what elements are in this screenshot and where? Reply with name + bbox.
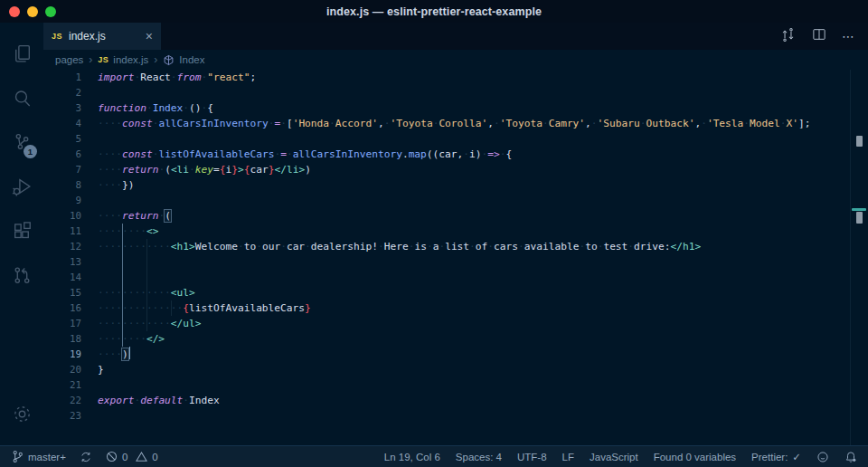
breadcrumb-separator: ›: [89, 53, 92, 66]
code-line[interactable]: 7····return·(<li·key={i}>{car}</li>): [43, 162, 868, 177]
code-line[interactable]: 15············<ul>: [43, 285, 868, 300]
vscode-window: index.js — eslint-prettier-react-example…: [0, 0, 868, 467]
line-number: 22: [43, 393, 81, 408]
code-line[interactable]: 13: [43, 254, 868, 270]
open-changes-icon[interactable]: [779, 26, 797, 47]
more-actions-icon[interactable]: ⋯: [842, 29, 855, 43]
status-bar: master+ 0 0 Ln 19, Col 6 Spaces: 4 UTF-8…: [0, 445, 868, 467]
tab-label: index.js: [69, 30, 139, 43]
line-number: 3: [43, 100, 81, 116]
line-number: 21: [43, 377, 81, 393]
code-line[interactable]: 17············</ul>: [43, 316, 868, 331]
error-count: 0: [122, 452, 127, 462]
search-icon[interactable]: [0, 76, 43, 120]
check-icon: ✓: [792, 451, 801, 463]
title-bar: index.js — eslint-prettier-react-example: [0, 0, 868, 23]
code-line[interactable]: 1import·React·from·"react";: [43, 70, 868, 85]
code-line[interactable]: 8····}): [43, 177, 868, 193]
code-line[interactable]: 14: [43, 270, 868, 285]
text-cursor: [129, 347, 131, 359]
scrollbar-decoration: [856, 212, 863, 224]
overview-ruler-border: [850, 70, 851, 445]
breadcrumb: pages › JS index.js › Index: [43, 50, 868, 70]
tab-bar: JS index.js × ⋯: [43, 23, 868, 50]
branch-indicator[interactable]: master+: [12, 450, 66, 463]
language-mode[interactable]: JavaScript: [590, 452, 638, 462]
code-line[interactable]: 4····const·allCarsInInventory·=·['Honda·…: [43, 116, 868, 131]
line-number: 6: [43, 147, 81, 162]
line-number: 16: [43, 300, 81, 316]
prettier-status[interactable]: Prettier: ✓: [751, 451, 801, 463]
code-line[interactable]: 9: [43, 193, 868, 208]
activity-bar: 1: [0, 23, 43, 445]
sync-changes-button[interactable]: [80, 451, 92, 463]
line-number: 10: [43, 208, 81, 224]
line-number: 20: [43, 362, 81, 377]
line-number: 14: [43, 270, 81, 285]
line-number: 7: [43, 162, 81, 177]
window-title: index.js — eslint-prettier-react-example: [0, 5, 868, 18]
line-number: 12: [43, 239, 81, 254]
code-line[interactable]: 6····const·listOfAvailableCars·=·allCars…: [43, 147, 868, 162]
breadcrumb-folder[interactable]: pages: [55, 54, 83, 65]
tab-close-icon[interactable]: ×: [146, 30, 153, 43]
breadcrumb-symbol[interactable]: Index: [163, 54, 204, 66]
cursor-position[interactable]: Ln 19, Col 6: [384, 452, 440, 462]
run-debug-icon[interactable]: [0, 165, 43, 209]
variables-found-status[interactable]: Found 0 variables: [654, 452, 736, 462]
editor-actions: ⋯: [779, 23, 868, 50]
line-number: 8: [43, 177, 81, 193]
indent-guide: [122, 224, 123, 347]
code-line[interactable]: 5: [43, 131, 868, 147]
code-line[interactable]: 18········</>: [43, 331, 868, 347]
code-line[interactable]: 2: [43, 85, 868, 100]
line-number: 19: [43, 347, 81, 362]
feedback-icon[interactable]: [816, 451, 829, 463]
breadcrumb-file[interactable]: JS index.js: [98, 54, 148, 65]
code-line[interactable]: 11········<>: [43, 224, 868, 239]
line-number: 15: [43, 285, 81, 300]
warning-count: 0: [152, 452, 157, 462]
source-control-badge: 1: [24, 145, 37, 158]
code-line[interactable]: 23: [43, 408, 868, 424]
split-editor-icon[interactable]: [811, 26, 827, 46]
code-line[interactable]: 22export·default·Index: [43, 393, 868, 408]
notifications-bell-icon[interactable]: [844, 451, 857, 463]
line-number: 9: [43, 193, 81, 208]
github-pull-requests-icon[interactable]: [0, 253, 43, 298]
source-control-icon[interactable]: 1: [0, 120, 43, 165]
javascript-file-icon: JS: [52, 32, 62, 41]
line-number: 17: [43, 316, 81, 331]
code-line[interactable]: 10····return·(: [43, 208, 868, 224]
problems-indicator[interactable]: 0 0: [106, 451, 158, 462]
code-line[interactable]: 21: [43, 377, 868, 393]
explorer-icon[interactable]: [0, 32, 43, 76]
line-number: 5: [43, 131, 81, 147]
indentation-setting[interactable]: Spaces: 4: [456, 452, 502, 462]
indent-guide: [146, 239, 147, 331]
indent-guide: [171, 300, 172, 316]
scrollbar-decoration: [852, 208, 866, 211]
line-number: 18: [43, 331, 81, 347]
eol-setting[interactable]: LF: [562, 452, 574, 462]
code-editor[interactable]: 1import·React·from·"react";23function·In…: [43, 70, 868, 445]
line-number: 2: [43, 85, 81, 100]
code-line[interactable]: 19····): [43, 347, 868, 362]
tab-index-js[interactable]: JS index.js ×: [43, 23, 161, 50]
settings-gear-icon[interactable]: [0, 392, 43, 436]
breadcrumb-separator: ›: [154, 53, 157, 66]
line-number: 23: [43, 408, 81, 424]
line-number: 4: [43, 116, 81, 131]
line-number: 13: [43, 254, 81, 270]
code-line[interactable]: 20}: [43, 362, 868, 377]
extensions-icon[interactable]: [0, 209, 43, 253]
code-line[interactable]: 3function·Index·()·{: [43, 100, 868, 116]
code-line[interactable]: 12············<h1>Welcome·to·our·car·dea…: [43, 239, 868, 254]
javascript-file-icon: JS: [98, 55, 108, 64]
line-number: 1: [43, 70, 81, 85]
encoding-setting[interactable]: UTF-8: [517, 452, 547, 462]
line-number: 11: [43, 224, 81, 239]
scrollbar-decoration: [856, 136, 863, 147]
code-line[interactable]: 16··············{listOfAvailableCars}: [43, 300, 868, 316]
